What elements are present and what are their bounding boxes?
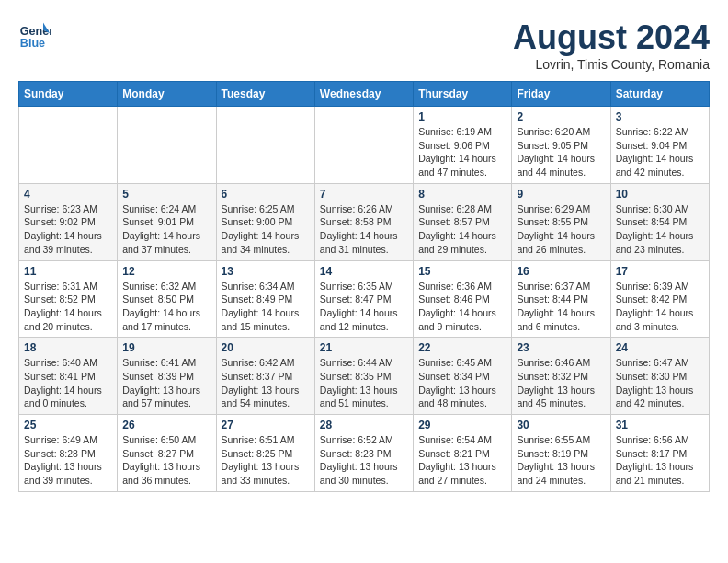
- calendar-cell: [314, 107, 413, 184]
- day-number: 16: [517, 265, 605, 278]
- weekday-header-sunday: Sunday: [19, 82, 118, 107]
- calendar-cell: 26Sunrise: 6:50 AM Sunset: 8:27 PM Dayli…: [118, 415, 216, 492]
- day-number: 18: [24, 341, 112, 354]
- calendar-cell: 4Sunrise: 6:23 AM Sunset: 9:02 PM Daylig…: [19, 183, 118, 260]
- day-number: 9: [517, 188, 605, 201]
- day-number: 27: [222, 419, 310, 431]
- calendar-cell: 28Sunrise: 6:52 AM Sunset: 8:23 PM Dayli…: [314, 415, 413, 492]
- day-info: Sunrise: 6:34 AM Sunset: 8:49 PM Dayligh…: [222, 280, 310, 334]
- calendar-cell: 25Sunrise: 6:49 AM Sunset: 8:28 PM Dayli…: [19, 415, 118, 492]
- calendar-cell: 2Sunrise: 6:20 AM Sunset: 9:05 PM Daylig…: [512, 107, 610, 184]
- day-number: 13: [222, 265, 310, 278]
- title-area: August 2024 Lovrin, Timis County, Romani…: [513, 18, 710, 72]
- calendar-cell: 30Sunrise: 6:55 AM Sunset: 8:19 PM Dayli…: [512, 415, 610, 492]
- calendar-cell: 21Sunrise: 6:44 AM Sunset: 8:35 PM Dayli…: [314, 338, 413, 415]
- day-number: 1: [418, 110, 506, 123]
- day-info: Sunrise: 6:37 AM Sunset: 8:44 PM Dayligh…: [517, 280, 605, 334]
- day-number: 28: [320, 419, 408, 431]
- calendar-cell: 31Sunrise: 6:56 AM Sunset: 8:17 PM Dayli…: [610, 415, 709, 492]
- day-info: Sunrise: 6:36 AM Sunset: 8:46 PM Dayligh…: [418, 280, 506, 334]
- month-title: August 2024: [513, 18, 710, 57]
- day-number: 31: [616, 419, 704, 431]
- day-info: Sunrise: 6:30 AM Sunset: 8:54 PM Dayligh…: [616, 202, 704, 257]
- day-number: 4: [24, 188, 112, 201]
- logo-icon: General Blue: [18, 18, 51, 52]
- logo: General Blue: [18, 18, 51, 52]
- day-info: Sunrise: 6:41 AM Sunset: 8:39 PM Dayligh…: [122, 356, 210, 410]
- day-number: 6: [222, 188, 310, 201]
- day-info: Sunrise: 6:50 AM Sunset: 8:27 PM Dayligh…: [122, 433, 210, 488]
- calendar-cell: [19, 107, 118, 184]
- weekday-header-wednesday: Wednesday: [314, 82, 413, 107]
- weekday-header-tuesday: Tuesday: [216, 82, 314, 107]
- day-info: Sunrise: 6:24 AM Sunset: 9:01 PM Dayligh…: [122, 202, 210, 257]
- day-info: Sunrise: 6:35 AM Sunset: 8:47 PM Dayligh…: [320, 280, 408, 334]
- day-number: 10: [616, 188, 704, 201]
- day-info: Sunrise: 6:28 AM Sunset: 8:57 PM Dayligh…: [418, 202, 506, 257]
- calendar-cell: 12Sunrise: 6:32 AM Sunset: 8:50 PM Dayli…: [118, 260, 216, 338]
- calendar-cell: 10Sunrise: 6:30 AM Sunset: 8:54 PM Dayli…: [610, 183, 709, 260]
- day-info: Sunrise: 6:20 AM Sunset: 9:05 PM Dayligh…: [517, 125, 605, 179]
- day-info: Sunrise: 6:32 AM Sunset: 8:50 PM Dayligh…: [122, 280, 210, 334]
- day-info: Sunrise: 6:55 AM Sunset: 8:19 PM Dayligh…: [517, 433, 605, 488]
- day-number: 20: [222, 341, 310, 354]
- day-number: 24: [616, 341, 704, 354]
- calendar-cell: [216, 107, 314, 184]
- calendar-cell: 29Sunrise: 6:54 AM Sunset: 8:21 PM Dayli…: [414, 415, 512, 492]
- day-number: 19: [122, 341, 210, 354]
- day-number: 26: [122, 419, 210, 431]
- calendar-cell: 7Sunrise: 6:26 AM Sunset: 8:58 PM Daylig…: [314, 183, 413, 260]
- svg-text:Blue: Blue: [20, 37, 45, 50]
- header: General Blue August 2024 Lovrin, Timis C…: [18, 18, 710, 72]
- day-info: Sunrise: 6:22 AM Sunset: 9:04 PM Dayligh…: [616, 125, 704, 179]
- day-info: Sunrise: 6:45 AM Sunset: 8:34 PM Dayligh…: [418, 356, 506, 410]
- weekday-header-saturday: Saturday: [610, 82, 709, 107]
- calendar-cell: 16Sunrise: 6:37 AM Sunset: 8:44 PM Dayli…: [512, 260, 610, 338]
- calendar-cell: 27Sunrise: 6:51 AM Sunset: 8:25 PM Dayli…: [216, 415, 314, 492]
- calendar-cell: 23Sunrise: 6:46 AM Sunset: 8:32 PM Dayli…: [512, 338, 610, 415]
- calendar-cell: 3Sunrise: 6:22 AM Sunset: 9:04 PM Daylig…: [610, 107, 709, 184]
- day-info: Sunrise: 6:25 AM Sunset: 9:00 PM Dayligh…: [222, 202, 310, 257]
- day-number: 21: [320, 341, 408, 354]
- calendar-cell: 9Sunrise: 6:29 AM Sunset: 8:55 PM Daylig…: [512, 183, 610, 260]
- calendar-cell: 17Sunrise: 6:39 AM Sunset: 8:42 PM Dayli…: [610, 260, 709, 338]
- day-info: Sunrise: 6:39 AM Sunset: 8:42 PM Dayligh…: [616, 280, 704, 334]
- calendar-cell: 15Sunrise: 6:36 AM Sunset: 8:46 PM Dayli…: [414, 260, 512, 338]
- calendar-cell: 14Sunrise: 6:35 AM Sunset: 8:47 PM Dayli…: [314, 260, 413, 338]
- calendar-cell: 19Sunrise: 6:41 AM Sunset: 8:39 PM Dayli…: [118, 338, 216, 415]
- day-info: Sunrise: 6:54 AM Sunset: 8:21 PM Dayligh…: [418, 433, 506, 488]
- day-number: 30: [517, 419, 605, 431]
- location-subtitle: Lovrin, Timis County, Romania: [513, 57, 710, 72]
- day-info: Sunrise: 6:26 AM Sunset: 8:58 PM Dayligh…: [320, 202, 408, 257]
- day-number: 22: [418, 341, 506, 354]
- day-info: Sunrise: 6:51 AM Sunset: 8:25 PM Dayligh…: [222, 433, 310, 488]
- calendar-cell: 11Sunrise: 6:31 AM Sunset: 8:52 PM Dayli…: [19, 260, 118, 338]
- day-number: 23: [517, 341, 605, 354]
- day-number: 25: [24, 419, 112, 431]
- day-number: 12: [122, 265, 210, 278]
- calendar-cell: 20Sunrise: 6:42 AM Sunset: 8:37 PM Dayli…: [216, 338, 314, 415]
- calendar-table: SundayMondayTuesdayWednesdayThursdayFrid…: [18, 81, 710, 492]
- day-info: Sunrise: 6:29 AM Sunset: 8:55 PM Dayligh…: [517, 202, 605, 257]
- calendar-cell: 24Sunrise: 6:47 AM Sunset: 8:30 PM Dayli…: [610, 338, 709, 415]
- day-number: 5: [122, 188, 210, 201]
- calendar-cell: 18Sunrise: 6:40 AM Sunset: 8:41 PM Dayli…: [19, 338, 118, 415]
- day-info: Sunrise: 6:56 AM Sunset: 8:17 PM Dayligh…: [616, 433, 704, 488]
- day-number: 8: [418, 188, 506, 201]
- day-number: 3: [616, 110, 704, 123]
- day-number: 7: [320, 188, 408, 201]
- day-info: Sunrise: 6:23 AM Sunset: 9:02 PM Dayligh…: [24, 202, 112, 257]
- calendar-cell: 13Sunrise: 6:34 AM Sunset: 8:49 PM Dayli…: [216, 260, 314, 338]
- day-number: 17: [616, 265, 704, 278]
- calendar-cell: 8Sunrise: 6:28 AM Sunset: 8:57 PM Daylig…: [414, 183, 512, 260]
- day-number: 11: [24, 265, 112, 278]
- calendar-cell: 22Sunrise: 6:45 AM Sunset: 8:34 PM Dayli…: [414, 338, 512, 415]
- weekday-header-monday: Monday: [118, 82, 216, 107]
- weekday-header-thursday: Thursday: [414, 82, 512, 107]
- day-info: Sunrise: 6:44 AM Sunset: 8:35 PM Dayligh…: [320, 356, 408, 410]
- calendar-cell: 5Sunrise: 6:24 AM Sunset: 9:01 PM Daylig…: [118, 183, 216, 260]
- day-info: Sunrise: 6:46 AM Sunset: 8:32 PM Dayligh…: [517, 356, 605, 410]
- day-info: Sunrise: 6:47 AM Sunset: 8:30 PM Dayligh…: [616, 356, 704, 410]
- day-number: 14: [320, 265, 408, 278]
- day-info: Sunrise: 6:40 AM Sunset: 8:41 PM Dayligh…: [24, 356, 112, 410]
